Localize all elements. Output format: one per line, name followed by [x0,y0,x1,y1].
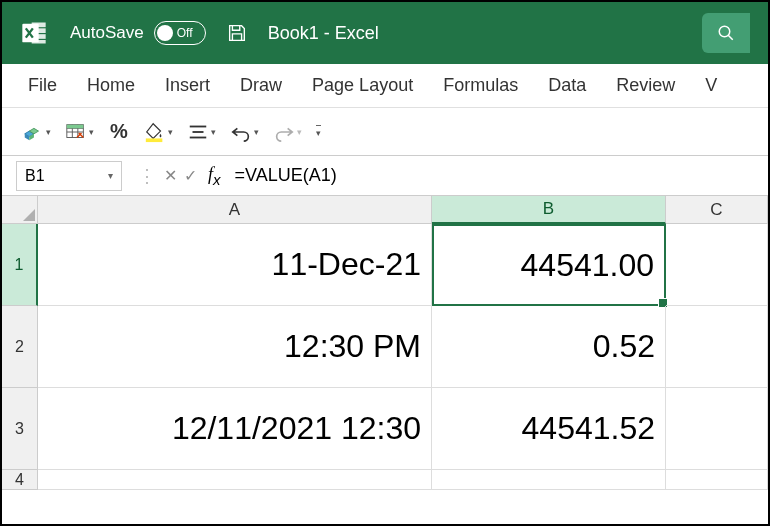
chevron-down-icon: ▾ [254,127,259,137]
cell-c4[interactable] [666,470,768,490]
tab-view-partial[interactable]: V [705,75,717,96]
separator: ⋮ [138,165,156,187]
percent-icon: % [108,121,130,143]
column-header-b[interactable]: B [432,196,666,224]
column-header-a[interactable]: A [38,196,432,224]
row-header-4[interactable]: 4 [2,470,38,490]
cell-c3[interactable] [666,388,768,470]
svg-rect-2 [32,28,46,33]
chevron-down-icon: ▾ [211,127,216,137]
save-icon[interactable] [226,22,248,44]
formula-bar: B1 ▾ ⋮ ✕ ✓ fx =VALUE(A1) [2,156,768,196]
svg-line-6 [728,35,733,40]
qat-customize-button[interactable]: ▾ [316,125,321,138]
name-box[interactable]: B1 ▾ [16,161,122,191]
chevron-down-icon[interactable]: ▾ [108,170,113,181]
qat-align-button[interactable]: ▾ [187,121,216,143]
align-center-icon [187,121,209,143]
qat-redo-button[interactable]: ▾ [273,121,302,143]
document-title: Book1 - Excel [268,23,379,44]
tab-data[interactable]: Data [548,75,586,96]
select-all-corner[interactable] [2,196,38,224]
cell-c1[interactable] [666,224,768,306]
tab-file[interactable]: File [28,75,57,96]
tab-review[interactable]: Review [616,75,675,96]
paint-bucket-icon [144,121,166,143]
undo-icon [230,121,252,143]
tab-home[interactable]: Home [87,75,135,96]
row-header-2[interactable]: 2 [2,306,38,388]
qat-chart-button[interactable]: ▾ [22,121,51,143]
qat-fill-color-button[interactable]: ▾ [144,121,173,143]
title-bar: AutoSave Off Book1 - Excel [2,2,768,64]
row-header-3[interactable]: 3 [2,388,38,470]
excel-icon [20,19,48,47]
cell-b3[interactable]: 44541.52 [432,388,666,470]
fx-icon[interactable]: fx [208,164,221,188]
cell-a3[interactable]: 12/11/2021 12:30 [38,388,432,470]
svg-rect-4 [32,40,46,44]
quick-access-toolbar: ▾ ▾ % ▾ [2,108,768,156]
formula-input[interactable]: =VALUE(A1) [229,165,768,186]
spreadsheet-grid: A B C 1 11-Dec-21 44541.00 2 12:30 PM 0.… [2,196,768,524]
svg-point-5 [719,26,730,37]
cell-b2[interactable]: 0.52 [432,306,666,388]
table-format-icon [65,121,87,143]
search-button[interactable] [702,13,750,53]
svg-rect-13 [146,138,163,142]
chevron-down-icon: ▾ [89,127,94,137]
tab-insert[interactable]: Insert [165,75,210,96]
redo-icon [273,121,295,143]
qat-undo-button[interactable]: ▾ [230,121,259,143]
chart-3d-icon [22,121,44,143]
cell-a1[interactable]: 11-Dec-21 [38,224,432,306]
enter-formula-button[interactable]: ✓ [180,166,200,185]
cell-b1[interactable]: 44541.00 [432,224,666,306]
chevron-down-icon: ▾ [297,127,302,137]
svg-rect-12 [67,124,84,128]
chevron-down-icon: ▾ [46,127,51,137]
autosave-label: AutoSave [70,23,144,43]
search-icon [717,24,735,42]
cancel-formula-button[interactable]: ✕ [160,166,180,185]
qat-table-button[interactable]: ▾ [65,121,94,143]
row-header-1[interactable]: 1 [2,224,38,306]
customize-icon: ▾ [316,125,321,138]
autosave-toggle[interactable]: Off [154,21,206,45]
column-header-c[interactable]: C [666,196,768,224]
tab-draw[interactable]: Draw [240,75,282,96]
tab-formulas[interactable]: Formulas [443,75,518,96]
cell-a2[interactable]: 12:30 PM [38,306,432,388]
cell-c2[interactable] [666,306,768,388]
cell-b4[interactable] [432,470,666,490]
svg-rect-1 [32,23,46,28]
ribbon-tabs: File Home Insert Draw Page Layout Formul… [2,64,768,108]
tab-page-layout[interactable]: Page Layout [312,75,413,96]
svg-rect-3 [32,34,46,39]
qat-percent-button[interactable]: % [108,121,130,143]
cell-a4[interactable] [38,470,432,490]
chevron-down-icon: ▾ [168,127,173,137]
